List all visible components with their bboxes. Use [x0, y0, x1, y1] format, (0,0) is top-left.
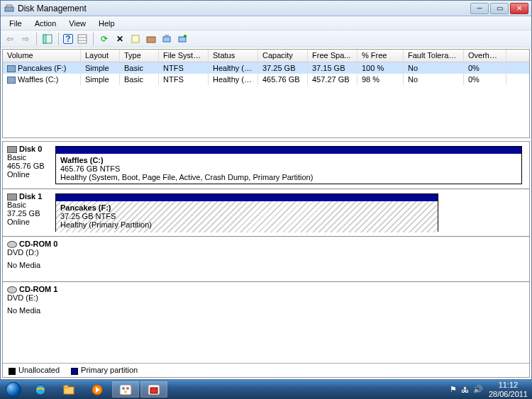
- menu-action[interactable]: Action: [29, 18, 62, 29]
- disk-name: Disk 0: [19, 145, 42, 153]
- disk-type: Basic: [7, 201, 50, 209]
- legend-swatch-unallocated: [9, 368, 16, 375]
- close-button[interactable]: ✕: [510, 3, 528, 14]
- tray-volume-icon[interactable]: 🔊: [473, 385, 483, 394]
- partition-info: 37.25 GB NTFS: [60, 212, 433, 220]
- col-pct-free[interactable]: % Free: [358, 50, 404, 62]
- tray-flag-icon[interactable]: ⚑: [450, 385, 457, 394]
- cell-status: Healthy (P...: [209, 62, 258, 74]
- disk-row[interactable]: Disk 1 Basic 37.25 GB Online Pancakes (F…: [3, 189, 529, 237]
- disk-row[interactable]: Disk 0 Basic 465.76 GB Online Waffles (C…: [3, 142, 529, 189]
- svg-rect-0: [5, 7, 13, 11]
- minimize-button[interactable]: ─: [470, 3, 489, 14]
- legend-primary: Primary partition: [81, 366, 138, 374]
- show-hide-icon[interactable]: [41, 33, 54, 45]
- disk-label: Disk 0 Basic 465.76 GB Online: [3, 142, 54, 189]
- cell-oh: 0%: [464, 62, 506, 74]
- cell-ft: No: [404, 62, 464, 74]
- disk-state: Online: [7, 218, 50, 226]
- maximize-button[interactable]: ▭: [490, 3, 509, 14]
- cell-oh: 0%: [464, 74, 506, 85]
- clock[interactable]: 11:12 28/06/2011: [489, 381, 528, 398]
- taskbar-paint-icon[interactable]: [112, 381, 139, 398]
- svg-point-20: [124, 390, 127, 393]
- disk-graphical-view: Disk 0 Basic 465.76 GB Online Waffles (C…: [2, 141, 530, 378]
- help-icon[interactable]: ?: [63, 34, 73, 44]
- disk-label: Disk 1 Basic 37.25 GB Online: [3, 189, 54, 236]
- svg-point-19: [126, 387, 129, 390]
- svg-point-18: [122, 387, 125, 390]
- volume-list: Volume Layout Type File System Status Ca…: [2, 49, 530, 138]
- col-filesystem[interactable]: File System: [159, 50, 209, 62]
- cdrom-drive: DVD (E:): [7, 293, 525, 302]
- cell-type: Basic: [120, 62, 159, 74]
- rescan-icon[interactable]: [160, 33, 173, 45]
- cell-capacity: 465.76 GB: [258, 74, 308, 85]
- disk-size: 465.76 GB: [7, 162, 50, 170]
- volume-row[interactable]: Pancakes (F:) Simple Basic NTFS Healthy …: [3, 62, 529, 74]
- taskbar-app-icon[interactable]: [140, 381, 167, 398]
- partition[interactable]: Pancakes (F:) 37.25 GB NTFS Healthy (Pri…: [55, 193, 438, 232]
- menu-help[interactable]: Help: [93, 18, 121, 29]
- cdrom-state: No Media: [7, 261, 525, 269]
- disk-icon: [7, 146, 17, 153]
- volume-row[interactable]: Waffles (C:) Simple Basic NTFS Healthy (…: [3, 74, 529, 85]
- cell-status: Healthy (S...: [209, 74, 258, 85]
- disk-size: 37.25 GB: [7, 209, 50, 218]
- svg-rect-10: [179, 37, 186, 42]
- separator: [58, 33, 59, 45]
- system-tray: ⚑ 🖧 🔊 11:12 28/06/2011: [450, 381, 528, 398]
- refresh-icon[interactable]: ⟳: [98, 33, 111, 45]
- clock-time: 11:12: [489, 381, 528, 389]
- col-capacity[interactable]: Capacity: [258, 50, 308, 62]
- cdrom-state: No Media: [7, 306, 525, 315]
- svg-rect-9: [163, 37, 170, 42]
- disk-state: Online: [7, 170, 50, 179]
- col-volume[interactable]: Volume: [3, 50, 81, 62]
- volume-name: Pancakes (F:): [18, 64, 66, 72]
- properties-icon[interactable]: [129, 33, 142, 45]
- col-layout[interactable]: Layout: [81, 50, 120, 62]
- cdrom-icon: [7, 286, 17, 293]
- taskbar-ie-icon[interactable]: [27, 381, 54, 398]
- svg-rect-7: [132, 35, 139, 43]
- delete-icon[interactable]: ✕: [113, 33, 126, 45]
- partition-info: 465.76 GB NTFS: [60, 164, 517, 173]
- col-status[interactable]: Status: [209, 50, 258, 62]
- titlebar[interactable]: Disk Management ─ ▭ ✕: [1, 1, 531, 16]
- back-button[interactable]: ⇦: [4, 33, 16, 45]
- cell-pct: 100 %: [358, 62, 404, 74]
- cdrom-name: CD-ROM 0: [19, 240, 57, 248]
- partition[interactable]: Waffles (C:) 465.76 GB NTFS Healthy (Sys…: [55, 146, 522, 184]
- attach-icon[interactable]: [176, 33, 189, 45]
- view-settings-icon[interactable]: [76, 33, 89, 45]
- svg-rect-22: [150, 388, 157, 393]
- disk-name: Disk 1: [19, 192, 42, 201]
- taskbar-explorer-icon[interactable]: [55, 381, 82, 398]
- disk-icon: [7, 193, 17, 201]
- taskbar-wmp-icon[interactable]: [84, 381, 111, 398]
- volume-icon: [7, 77, 16, 84]
- app-icon: [4, 3, 15, 14]
- tray-network-icon[interactable]: 🖧: [461, 386, 469, 394]
- volume-body: Pancakes (F:) Simple Basic NTFS Healthy …: [3, 62, 529, 137]
- forward-button[interactable]: ⇨: [19, 33, 32, 45]
- cdrom-row[interactable]: CD-ROM 0 DVD (D:) No Media: [3, 237, 529, 282]
- partition-status: Healthy (System, Boot, Page File, Active…: [60, 173, 517, 181]
- start-button[interactable]: [0, 380, 27, 399]
- cdrom-row[interactable]: CD-ROM 1 DVD (E:) No Media: [3, 282, 529, 327]
- col-type[interactable]: Type: [120, 50, 159, 62]
- col-fault-tolerance[interactable]: Fault Tolerance: [404, 50, 464, 62]
- col-overhead[interactable]: Overhead: [464, 50, 506, 62]
- menu-file[interactable]: File: [4, 18, 28, 29]
- action-icon[interactable]: [145, 33, 157, 45]
- svg-rect-8: [147, 37, 155, 43]
- svg-point-11: [184, 35, 187, 38]
- menu-view[interactable]: View: [63, 18, 92, 29]
- legend-swatch-primary: [71, 368, 78, 375]
- col-free[interactable]: Free Spa...: [308, 50, 358, 62]
- cell-ft: No: [404, 74, 464, 85]
- cell-layout: Simple: [81, 62, 120, 74]
- volume-header-row: Volume Layout Type File System Status Ca…: [3, 50, 529, 62]
- taskbar: ⚑ 🖧 🔊 11:12 28/06/2011: [0, 380, 532, 399]
